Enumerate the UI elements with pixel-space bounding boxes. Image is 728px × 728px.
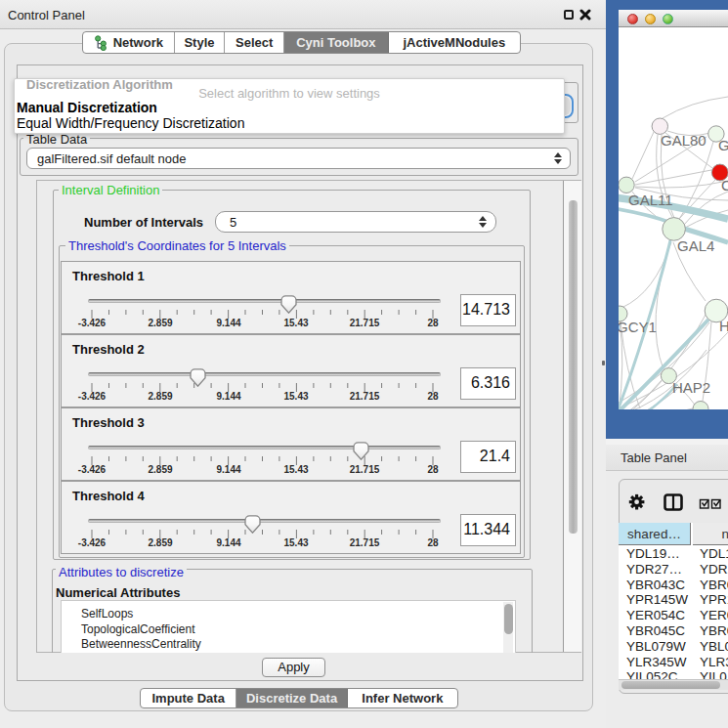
svg-text:GCY1: GCY1	[619, 319, 657, 335]
svg-text:GAL80: GAL80	[661, 132, 707, 149]
svg-text:H: H	[719, 318, 728, 334]
svg-text:GAL4: GAL4	[677, 237, 714, 254]
svg-text:G.: G.	[718, 137, 728, 153]
svg-text:GAL11: GAL11	[628, 192, 673, 208]
svg-text:HAP2: HAP2	[672, 379, 710, 396]
svg-text:C: C	[721, 177, 728, 193]
